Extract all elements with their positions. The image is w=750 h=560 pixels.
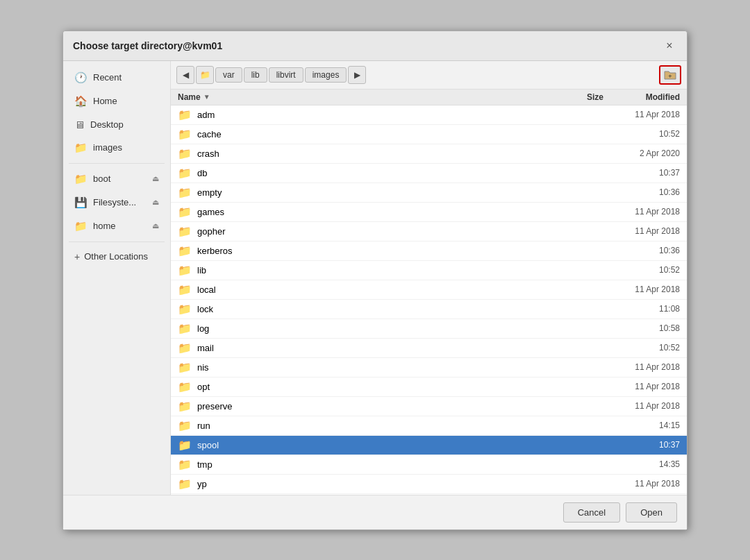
file-name: nis <box>197 362 548 373</box>
table-row[interactable]: 📁log10:58 <box>171 319 687 339</box>
folder-icon: 📁 <box>178 128 192 141</box>
table-row[interactable]: 📁nis11 Apr 2018 <box>171 358 687 377</box>
sidebar-label-recent: Recent <box>93 72 122 83</box>
plus-icon: + <box>74 251 80 262</box>
file-list: 📁adm11 Apr 2018📁cache10:52📁crash2 Apr 20… <box>171 105 687 495</box>
folder-icon: 📁 <box>178 341 192 355</box>
cancel-button[interactable]: Cancel <box>563 502 620 523</box>
sidebar-label-boot: boot <box>93 173 110 184</box>
table-row[interactable]: 📁spool10:37 <box>171 436 687 455</box>
sidebar: 🕐 Recent 🏠 Home 🖥 Desktop 📁 images 📁 boo… <box>63 61 171 495</box>
table-row[interactable]: 📁tmp14:35 <box>171 455 687 475</box>
table-row[interactable]: 📁empty10:36 <box>171 183 687 203</box>
svg-text:+: + <box>668 73 672 80</box>
content-area: ◀ 📁 var lib libvirt images ▶ + Name <box>171 61 687 495</box>
sidebar-label-desktop: Desktop <box>90 119 124 130</box>
breadcrumb-libvirt[interactable]: libvirt <box>269 67 303 83</box>
new-folder-button[interactable]: + <box>659 65 681 85</box>
sidebar-divider-2 <box>69 241 165 242</box>
file-name: games <box>197 207 548 217</box>
forward-button[interactable]: ▶ <box>348 66 366 84</box>
table-row[interactable]: 📁adm11 Apr 2018 <box>171 105 687 125</box>
sidebar-item-desktop[interactable]: 🖥 Desktop <box>66 114 167 135</box>
sidebar-item-images[interactable]: 📁 images <box>66 137 167 159</box>
folder-icon: 📁 <box>178 439 192 452</box>
folder-up-button[interactable]: 📁 <box>196 66 214 84</box>
table-row[interactable]: 📁kerberos10:36 <box>171 241 687 261</box>
sidebar-item-boot[interactable]: 📁 boot ⏏ <box>66 168 167 190</box>
other-locations-item[interactable]: + Other Locations <box>66 246 167 267</box>
table-row[interactable]: 📁lib10:52 <box>171 261 687 280</box>
column-header-name[interactable]: Name ▼ <box>178 92 548 102</box>
sidebar-item-home-mount[interactable]: 📁 home ⏏ <box>66 215 167 237</box>
other-locations-label: Other Locations <box>84 251 148 262</box>
file-name: mail <box>197 343 548 353</box>
file-modified: 14:35 <box>603 459 680 469</box>
sidebar-item-filesystem[interactable]: 💾 Filesyste... ⏏ <box>66 192 167 214</box>
open-button[interactable]: Open <box>626 502 677 523</box>
file-name: yp <box>197 479 548 489</box>
folder-icon: 📁 <box>178 205 192 219</box>
file-modified: 11 Apr 2018 <box>603 479 680 489</box>
breadcrumb-lib[interactable]: lib <box>244 67 267 83</box>
table-row[interactable]: 📁gopher11 Apr 2018 <box>171 222 687 241</box>
folder-icon: 📁 <box>178 380 192 393</box>
close-button[interactable]: × <box>662 38 677 53</box>
home-mount-icon: 📁 <box>74 220 88 232</box>
footer: Cancel Open <box>63 495 687 529</box>
folder-icon: 📁 <box>178 225 192 238</box>
folder-icon: 📁 <box>178 361 192 374</box>
back-button[interactable]: ◀ <box>176 66 194 84</box>
file-name: lock <box>197 304 548 314</box>
images-folder-icon: 📁 <box>74 142 88 154</box>
file-modified: 10:36 <box>603 187 680 197</box>
breadcrumb-images[interactable]: images <box>305 67 347 83</box>
folder-icon: 📁 <box>178 147 192 160</box>
table-row[interactable]: 📁db10:37 <box>171 164 687 183</box>
file-modified: 10:52 <box>603 129 680 139</box>
file-name: run <box>197 421 548 431</box>
file-modified: 11 Apr 2018 <box>603 362 680 372</box>
file-modified: 11 Apr 2018 <box>603 207 680 217</box>
home-icon: 🏠 <box>74 95 88 108</box>
table-row[interactable]: 📁preserve11 Apr 2018 <box>171 397 687 416</box>
folder-icon: 📁 <box>178 186 192 199</box>
sidebar-item-home[interactable]: 🏠 Home <box>66 90 167 112</box>
table-row[interactable]: 📁lock11:08 <box>171 300 687 319</box>
filesystem-eject-icon: ⏏ <box>152 198 159 207</box>
folder-icon: 📁 <box>178 167 192 180</box>
folder-icon: 📁 <box>178 108 192 121</box>
file-modified: 11 Apr 2018 <box>603 401 680 411</box>
table-row[interactable]: 📁games11 Apr 2018 <box>171 203 687 222</box>
filesystem-icon: 💾 <box>74 196 88 209</box>
table-row[interactable]: 📁opt11 Apr 2018 <box>171 377 687 397</box>
sidebar-label-home-mount: home <box>93 221 116 231</box>
file-modified: 10:37 <box>603 168 680 178</box>
file-name: crash <box>197 149 548 159</box>
folder-icon: 📁 <box>178 477 192 491</box>
table-row[interactable]: 📁local11 Apr 2018 <box>171 280 687 300</box>
folder-icon: 📁 <box>178 322 192 335</box>
desktop-icon: 🖥 <box>74 119 85 130</box>
column-header-modified: Modified <box>603 92 680 102</box>
dialog-title: Choose target directory@kvm01 <box>73 40 222 51</box>
folder-icon: 📁 <box>178 283 192 296</box>
main-area: 🕐 Recent 🏠 Home 🖥 Desktop 📁 images 📁 boo… <box>63 61 687 495</box>
folder-icon: 📁 <box>178 458 192 471</box>
file-modified: 11 Apr 2018 <box>603 382 680 391</box>
sidebar-item-recent[interactable]: 🕐 Recent <box>66 67 167 89</box>
file-name: empty <box>197 187 548 198</box>
file-name: cache <box>197 129 548 139</box>
table-row[interactable]: 📁run14:15 <box>171 416 687 436</box>
file-name: log <box>197 323 548 334</box>
file-name: db <box>197 168 548 178</box>
table-row[interactable]: 📁yp11 Apr 2018 <box>171 475 687 494</box>
file-modified: 11:08 <box>603 304 680 314</box>
file-name: preserve <box>197 401 548 411</box>
table-row[interactable]: 📁cache10:52 <box>171 125 687 144</box>
home-eject-icon: ⏏ <box>152 221 159 230</box>
table-row[interactable]: 📁mail10:52 <box>171 339 687 358</box>
breadcrumb-var[interactable]: var <box>215 67 242 83</box>
table-row[interactable]: 📁crash2 Apr 2020 <box>171 144 687 164</box>
folder-icon: 📁 <box>178 419 192 432</box>
